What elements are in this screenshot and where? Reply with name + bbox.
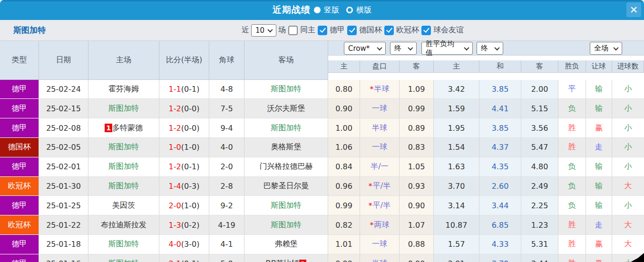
- sub-header-avg-home: 主: [434, 60, 479, 73]
- cell-date: 25-02-08: [39, 118, 88, 138]
- cell-home-team: 斯图加特: [88, 254, 159, 262]
- cell-away-team: 斯图加特: [244, 118, 328, 138]
- cell-hdp-away-odds: 0.88: [400, 235, 434, 254]
- cell-hdp-home-odds: 0.96: [328, 177, 360, 196]
- cell-home-team: 美因茨: [88, 196, 159, 215]
- same-home-label: 同主: [300, 25, 315, 35]
- vertical-layout-radio[interactable]: [314, 7, 321, 13]
- cell-away-team: 斯图加特: [244, 196, 328, 215]
- cell-hdp-away-odds: 0.89: [400, 118, 434, 138]
- cell-avg-home: 1.95: [434, 118, 479, 138]
- cell-wdl-result: 胜: [558, 215, 586, 235]
- cell-hdp-away-odds: 0.83: [400, 138, 434, 157]
- cell-score: 1-4(0-3): [159, 177, 209, 196]
- league-checkbox-ucl[interactable]: [384, 26, 394, 35]
- cell-hdp-away-odds: 0.90: [400, 196, 434, 215]
- col-header-corners: 角球: [209, 41, 244, 80]
- cell-avg-home: 3.70: [434, 177, 479, 196]
- cell-goals-result: 大: [612, 215, 644, 235]
- cell-home-team: 布拉迪斯拉发: [88, 215, 159, 235]
- chevron-down-icon: [613, 45, 618, 50]
- cell-home-team: 斯图加特: [88, 138, 159, 157]
- cell-avg-draw: 3.79: [479, 254, 521, 262]
- cell-avg-away: 4.80: [521, 157, 558, 177]
- bookmaker-select[interactable]: Crow*: [344, 42, 386, 55]
- cell-wdl-result: 平: [558, 80, 586, 99]
- cell-handicap-result: 输: [586, 99, 612, 118]
- cell-date: 25-02-01: [39, 157, 88, 177]
- cell-hdp-home-odds: 1.01: [328, 235, 360, 254]
- sub-header-avg-away: 客: [521, 60, 558, 73]
- league-label-dfb-pokal: 德国杯: [359, 25, 382, 35]
- sub-header-goals: 进球数: [612, 60, 644, 73]
- cell-score: 1-3(0-2): [159, 215, 209, 235]
- close-icon[interactable]: ✕: [626, 2, 641, 17]
- cell-wdl-result: 负: [558, 99, 586, 118]
- cell-score: 2-0(1-0): [159, 196, 209, 215]
- avg-time-select[interactable]: 终: [477, 42, 503, 55]
- league-label-ucl: 欧冠杯: [396, 25, 419, 35]
- cell-hdp-away-odds: 1.07: [400, 215, 434, 235]
- avg-odds-select[interactable]: 胜平负均值: [421, 42, 473, 55]
- cell-goals-result: 小: [612, 99, 644, 118]
- selectors-row: Crow* 终 胜平负均值 终 全场: [328, 41, 644, 56]
- cell-score: 1-2(0-0): [159, 99, 209, 118]
- cell-goals-result: 小: [612, 80, 644, 99]
- cell-hdp-away-odds: 0.99: [400, 99, 434, 118]
- sub-header-handicap-result: 让球: [586, 60, 612, 73]
- cell-hdp-home-odds: 1.06: [328, 138, 360, 157]
- chevron-down-icon: [267, 27, 273, 32]
- cell-avg-draw: 3.85: [479, 118, 521, 138]
- col-header-type: 类型: [0, 41, 39, 80]
- cell-corners: 5-0: [209, 254, 244, 262]
- cell-away-team: 弗赖堡: [244, 235, 328, 254]
- cell-avg-home: 2.01: [434, 254, 479, 262]
- vertical-layout-label[interactable]: 竖版: [324, 5, 339, 15]
- cell-handicap-result: 走: [586, 138, 612, 157]
- cell-score: 1-1(0-1): [159, 80, 209, 99]
- league-checkbox-bundesliga[interactable]: [318, 26, 327, 35]
- cell-avg-draw: 3.85: [479, 80, 521, 99]
- cell-away-team: 沃尔夫斯堡: [244, 99, 328, 118]
- cell-date: 25-02-15: [39, 99, 88, 118]
- cell-avg-draw: 4.33: [479, 235, 521, 254]
- cell-handicap-result: 输: [586, 177, 612, 196]
- cell-goals-result: 小: [612, 196, 644, 215]
- cell-corners: 4-1: [209, 235, 244, 254]
- handicap-time-select[interactable]: 终: [390, 42, 417, 55]
- sub-header-hdp-away: 客: [400, 60, 434, 73]
- cell-wdl-result: 胜: [558, 235, 586, 254]
- cell-handicap: 一球: [360, 99, 400, 118]
- recent-label: 近: [242, 25, 249, 35]
- title-bar: 近期战绩 竖版 横版 ✕: [0, 0, 644, 20]
- cell-date: 25-01-16: [39, 254, 88, 262]
- cell-date: 25-01-30: [39, 177, 88, 196]
- col-header-score: 比分(半场): [159, 41, 209, 80]
- cell-hdp-away-odds: 0.90: [400, 254, 434, 262]
- cell-handicap-result: 赢: [586, 235, 612, 254]
- cell-avg-home: 3.14: [434, 196, 479, 215]
- col-header-away: 客场: [244, 41, 328, 80]
- same-home-checkbox[interactable]: [288, 26, 298, 35]
- cell-date: 25-02-24: [39, 80, 88, 99]
- cell-handicap-result: 走: [586, 215, 612, 235]
- cell-hdp-home-odds: 0.99: [328, 196, 360, 215]
- league-badge: 欧冠杯: [0, 177, 39, 196]
- cell-handicap-result: 输: [586, 80, 612, 99]
- league-checkbox-friendly[interactable]: [421, 26, 431, 35]
- cell-handicap-result: 赢: [586, 254, 612, 262]
- horizontal-layout-radio[interactable]: [346, 7, 353, 13]
- scope-select[interactable]: 全场: [590, 42, 622, 55]
- cell-goals-result: 小: [612, 138, 644, 157]
- cell-hdp-home-odds: 0.82: [328, 215, 360, 235]
- horizontal-layout-label[interactable]: 横版: [356, 5, 371, 15]
- league-checkbox-dfb-pokal[interactable]: [347, 26, 357, 35]
- recent-count-select[interactable]: 10: [251, 24, 276, 37]
- col-header-home: 主场: [88, 41, 159, 80]
- cell-handicap-result: 输: [586, 157, 612, 177]
- cell-handicap-result: 输: [586, 196, 612, 215]
- recent-results-panel: 近期战绩 竖版 横版 ✕ 斯图加特 近 10 场 同主 德甲 德国杯 欧冠杯 球…: [0, 0, 644, 262]
- cell-avg-away: 2.25: [521, 196, 558, 215]
- cell-avg-away: 3.56: [521, 118, 558, 138]
- cell-handicap: 一球: [360, 235, 400, 254]
